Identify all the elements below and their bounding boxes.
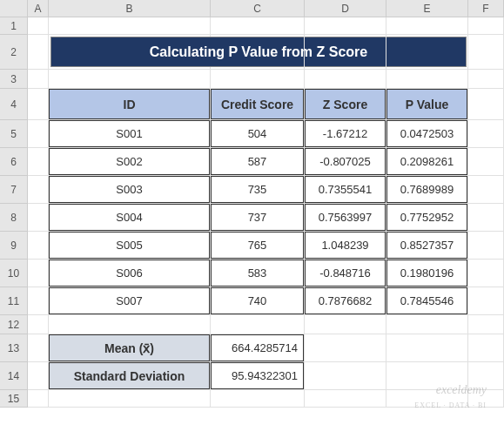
col-header-C[interactable]: C [211,0,305,17]
cell-B4[interactable]: ID [49,89,211,120]
row-header-1[interactable]: 1 [0,17,28,35]
cell-D2[interactable] [305,35,386,70]
cell-F2[interactable] [468,35,504,70]
cell-B7[interactable]: S003 [49,176,211,204]
row-header-2[interactable]: 2 [0,35,28,70]
cell-F15[interactable] [468,390,504,408]
cell-D14[interactable] [305,362,386,390]
row-header-13[interactable]: 13 [0,334,28,362]
cell-A3[interactable] [28,70,49,89]
col-header-D[interactable]: D [305,0,386,17]
cell-E13[interactable] [386,334,468,362]
cell-A4[interactable] [28,89,49,120]
cell-C3[interactable] [211,70,305,89]
cell-E3[interactable] [386,70,468,89]
row-header-12[interactable]: 12 [0,315,28,334]
cell-C13[interactable]: 664.4285714 [211,334,305,362]
row-header-14[interactable]: 14 [0,362,28,390]
col-header-B[interactable]: B [49,0,211,17]
cell-F7[interactable] [468,176,504,204]
row-header-4[interactable]: 4 [0,89,28,120]
cell-B6[interactable]: S002 [49,148,211,176]
cell-B13[interactable]: Mean (x̄) [49,334,211,362]
cell-F1[interactable] [468,17,504,35]
cell-A7[interactable] [28,176,49,204]
col-header-E[interactable]: E [386,0,468,17]
cell-A10[interactable] [28,260,49,287]
cell-A11[interactable] [28,287,49,315]
cell-E1[interactable] [386,17,468,35]
cell-F12[interactable] [468,315,504,334]
cell-C15[interactable] [211,390,305,408]
cell-E9[interactable]: 0.8527357 [386,232,468,260]
cell-C14[interactable]: 95.94322301 [211,362,305,390]
cell-D12[interactable] [305,315,386,334]
cell-B10[interactable]: S006 [49,260,211,287]
row-header-9[interactable]: 9 [0,232,28,260]
row-header-5[interactable]: 5 [0,120,28,148]
cell-A8[interactable] [28,204,49,232]
cell-E8[interactable]: 0.7752952 [386,204,468,232]
cell-C11[interactable]: 740 [211,287,305,315]
cell-A12[interactable] [28,315,49,334]
cell-F13[interactable] [468,334,504,362]
cell-B9[interactable]: S005 [49,232,211,260]
cell-B5[interactable]: S001 [49,120,211,148]
cell-B15[interactable] [49,390,211,408]
row-header-3[interactable]: 3 [0,70,28,89]
cell-A13[interactable] [28,334,49,362]
cell-E7[interactable]: 0.7689989 [386,176,468,204]
cell-F14[interactable] [468,362,504,390]
cell-C7[interactable]: 735 [211,176,305,204]
cell-D15[interactable] [305,390,386,408]
cell-F3[interactable] [468,70,504,89]
cell-F11[interactable] [468,287,504,315]
row-header-7[interactable]: 7 [0,176,28,204]
cell-C12[interactable] [211,315,305,334]
cell-E4[interactable]: P Value [386,89,468,120]
cell-F10[interactable] [468,260,504,287]
cell-C10[interactable]: 583 [211,260,305,287]
cell-F6[interactable] [468,148,504,176]
cell-E10[interactable]: 0.1980196 [386,260,468,287]
cell-F5[interactable] [468,120,504,148]
row-header-8[interactable]: 8 [0,204,28,232]
cell-D5[interactable]: -1.67212 [305,120,386,148]
cell-D11[interactable]: 0.7876682 [305,287,386,315]
col-header-A[interactable]: A [28,0,49,17]
cell-B3[interactable] [49,70,211,89]
cell-C1[interactable] [211,17,305,35]
cell-B11[interactable]: S007 [49,287,211,315]
cell-D9[interactable]: 1.048239 [305,232,386,260]
cell-E14[interactable] [386,362,468,390]
cell-E5[interactable]: 0.0472503 [386,120,468,148]
row-header-6[interactable]: 6 [0,148,28,176]
cell-D8[interactable]: 0.7563997 [305,204,386,232]
row-header-15[interactable]: 15 [0,390,28,408]
cell-E11[interactable]: 0.7845546 [386,287,468,315]
cell-A2[interactable] [28,35,49,70]
cell-D13[interactable] [305,334,386,362]
cell-D3[interactable] [305,70,386,89]
cell-F8[interactable] [468,204,504,232]
cell-C5[interactable]: 504 [211,120,305,148]
cell-B14[interactable]: Standard Deviation [49,362,211,390]
cell-E15[interactable] [386,390,468,408]
cell-B8[interactable]: S004 [49,204,211,232]
cell-B1[interactable] [49,17,211,35]
cell-C8[interactable]: 737 [211,204,305,232]
cell-E2[interactable] [386,35,468,70]
cell-A6[interactable] [28,148,49,176]
cell-D7[interactable]: 0.7355541 [305,176,386,204]
cell-C9[interactable]: 765 [211,232,305,260]
row-header-11[interactable]: 11 [0,287,28,315]
cell-D4[interactable]: Z Score [305,89,386,120]
cell-D6[interactable]: -0.807025 [305,148,386,176]
cell-C2[interactable] [211,35,305,70]
select-all-corner[interactable] [0,0,28,17]
cell-F9[interactable] [468,232,504,260]
cell-A14[interactable] [28,362,49,390]
cell-E12[interactable] [386,315,468,334]
cell-E6[interactable]: 0.2098261 [386,148,468,176]
cell-D1[interactable] [305,17,386,35]
